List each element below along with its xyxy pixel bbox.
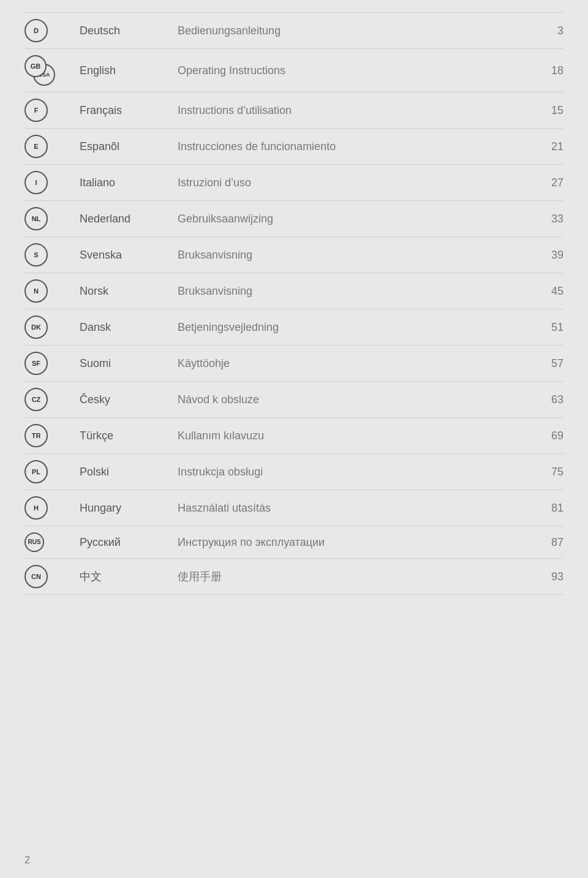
badge-container: NL — [24, 207, 80, 230]
badge-container: GBUSA — [24, 55, 80, 86]
badge-fr: F — [24, 99, 48, 122]
language-description: Bedienungsanleitung — [178, 25, 527, 37]
language-page-number: 63 — [527, 393, 564, 406]
badge-de: D — [24, 19, 48, 42]
language-row: FFrançaisInstructions d’utilisation15 — [24, 93, 564, 129]
language-row: HHungaryHasználati utasítás81 — [24, 490, 564, 526]
language-page-number: 87 — [527, 536, 564, 549]
badge-sv: S — [24, 243, 48, 267]
language-row: TRTürkçeKullanım kılavuzu69 — [24, 418, 564, 454]
language-name: Hungary — [80, 502, 178, 515]
language-row: NNorskBruksanvisning45 — [24, 273, 564, 309]
language-page-number: 69 — [527, 430, 564, 442]
language-row: DKDanskBetjeningsvejledning51 — [24, 309, 564, 346]
language-name: Svenska — [80, 249, 178, 262]
badge-no: N — [24, 279, 48, 303]
badge-tr: TR — [24, 424, 48, 447]
badge-container: I — [24, 171, 80, 194]
badge-hu: H — [24, 496, 48, 520]
badge-container: N — [24, 279, 80, 303]
badge-nl: NL — [24, 207, 48, 230]
language-row: CZČeskyNávod k obsluze63 — [24, 382, 564, 418]
language-description: Käyttöohje — [178, 357, 527, 370]
page-number: 2 — [24, 855, 30, 866]
badge-container: DK — [24, 316, 80, 339]
language-page-number: 33 — [527, 213, 564, 225]
language-page-number: 57 — [527, 357, 564, 370]
language-name: Norsk — [80, 285, 178, 298]
badge-container: E — [24, 135, 80, 158]
language-name: Français — [80, 104, 178, 117]
language-row: SFSuomiKäyttöohje57 — [24, 346, 564, 382]
language-description: Návod k obsluze — [178, 393, 527, 406]
badge-pl: PL — [24, 460, 48, 483]
language-description: Instrucciones de funcionamiento — [178, 140, 527, 153]
badge-gb: GB — [24, 55, 47, 77]
language-name: Nederland — [80, 213, 178, 225]
language-description: Bruksanvisning — [178, 285, 527, 298]
language-row: GBUSAEnglishOperating Instructions18 — [24, 49, 564, 93]
language-name: 中文 — [80, 569, 178, 584]
language-name: Polski — [80, 466, 178, 479]
language-description: Bruksanvisning — [178, 249, 527, 262]
language-name: Italiano — [80, 176, 178, 189]
badge-es: E — [24, 135, 48, 158]
badge-it: I — [24, 171, 48, 194]
language-row: CN中文使用手册93 — [24, 559, 564, 595]
language-page-number: 81 — [527, 502, 564, 515]
language-row: IItalianoIstruzioni d’uso27 — [24, 165, 564, 201]
language-page-number: 15 — [527, 104, 564, 117]
badge-container: CN — [24, 565, 80, 588]
language-description: Kullanım kılavuzu — [178, 430, 527, 442]
badge-container: D — [24, 19, 80, 42]
badge-container: SF — [24, 352, 80, 375]
language-name: Deutsch — [80, 25, 178, 37]
language-page-number: 39 — [527, 249, 564, 262]
language-row: RUSРусскийИнструкция по эксплуатации87 — [24, 526, 564, 559]
badge-container: H — [24, 496, 80, 520]
language-name: Česky — [80, 393, 178, 406]
badge-container: PL — [24, 460, 80, 483]
badge-cs: CZ — [24, 388, 48, 411]
language-row: SSvenskaBruksanvisning39 — [24, 237, 564, 273]
badge-stack: GBUSA — [24, 55, 58, 86]
badge-container: F — [24, 99, 80, 122]
badge-zh: CN — [24, 565, 48, 588]
language-description: Instrukcja obsługi — [178, 466, 527, 479]
language-description: Gebruiksaanwijzing — [178, 213, 527, 225]
language-row: NLNederlandGebruiksaanwijzing33 — [24, 201, 564, 237]
language-page-number: 93 — [527, 570, 564, 583]
language-description: Инструкция по эксплуатации — [178, 536, 527, 549]
language-page-number: 18 — [527, 64, 564, 77]
badge-fi: SF — [24, 352, 48, 375]
language-page-number: 27 — [527, 176, 564, 189]
language-name: English — [80, 64, 178, 77]
language-description: Instructions d’utilisation — [178, 104, 527, 117]
language-row: PLPolskiInstrukcja obsługi75 — [24, 454, 564, 490]
language-page-number: 21 — [527, 140, 564, 153]
language-name: Türkçe — [80, 430, 178, 442]
language-page-number: 3 — [527, 25, 564, 37]
language-description: Istruzioni d’uso — [178, 176, 527, 189]
language-description: 使用手册 — [178, 569, 527, 584]
language-row: DDeutschBedienungsanleitung3 — [24, 12, 564, 49]
language-list: DDeutschBedienungsanleitung3GBUSAEnglish… — [24, 12, 564, 595]
language-name: Suomi — [80, 357, 178, 370]
language-name: Espanõl — [80, 140, 178, 153]
badge-ru: RUS — [24, 532, 44, 552]
badge-container: RUS — [24, 532, 80, 552]
badge-container: S — [24, 243, 80, 267]
language-row: EEspanõlInstrucciones de funcionamiento2… — [24, 129, 564, 165]
language-page-number: 45 — [527, 285, 564, 298]
language-description: Betjeningsvejledning — [178, 321, 527, 334]
language-page-number: 75 — [527, 466, 564, 479]
badge-container: TR — [24, 424, 80, 447]
language-name: Русский — [80, 536, 178, 549]
language-description: Operating Instructions — [178, 64, 527, 77]
badge-container: CZ — [24, 388, 80, 411]
language-description: Használati utasítás — [178, 502, 527, 515]
badge-da: DK — [24, 316, 48, 339]
language-page-number: 51 — [527, 321, 564, 334]
language-name: Dansk — [80, 321, 178, 334]
